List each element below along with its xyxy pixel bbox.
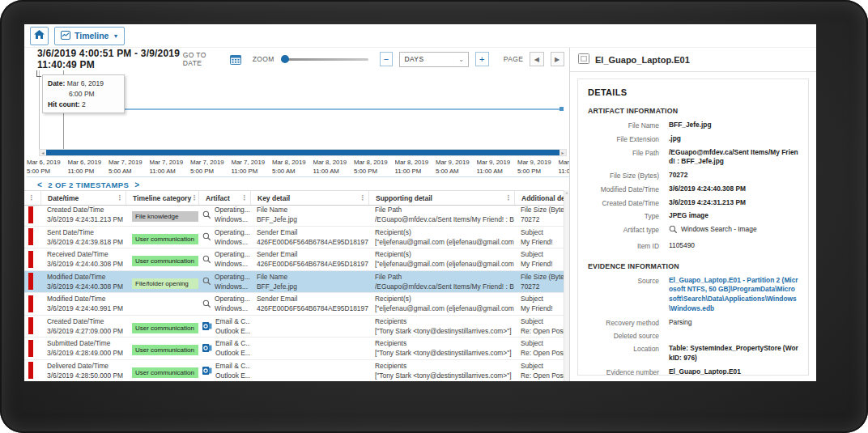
table-row[interactable]: Delivered Date/Time3/6/2019 4:28:50.000 …	[24, 360, 564, 382]
next-timestamp-button[interactable]: >	[134, 180, 139, 189]
timeline-chart[interactable]: Date: Mar 6, 2019 6:00 PM Hit count: 2	[24, 70, 569, 149]
previous-timestamp-button[interactable]: <	[37, 180, 42, 189]
scroll-right-icon[interactable]: ►	[560, 150, 566, 155]
tooltip-date-value: Mar 6, 2019	[67, 79, 104, 87]
timeline-pane: 3/6/2019 4:00:51 PM - 3/9/2019 11:40:49 …	[24, 48, 569, 381]
cell-timeline-category: User communication	[126, 230, 198, 244]
detail-label: File Path	[588, 148, 659, 168]
home-button[interactable]	[30, 27, 49, 45]
calendar-icon[interactable]	[230, 54, 241, 65]
outlook-icon	[202, 343, 212, 353]
cell-datetime: Created Date/Time3/6/2019 4:24:31.213 PM	[40, 205, 126, 224]
zoom-out-button[interactable]: −	[380, 52, 393, 66]
timeline-view-dropdown[interactable]: Timeline ▼	[54, 27, 125, 45]
cell-timeline-category: User communication	[126, 319, 198, 333]
detail-value: Windows Search - Image	[669, 225, 798, 237]
evidence-image-icon	[578, 53, 589, 67]
column-menu-icon[interactable]: ⋮	[241, 194, 248, 202]
column-header[interactable]: Supporting detail⋮	[368, 191, 514, 205]
column-menu-icon[interactable]: ⋮	[191, 194, 198, 202]
cell-datetime: Created Date/Time3/6/2019 4:27:09.000 PM	[40, 316, 126, 336]
detail-row: Recovery methodParsing	[588, 318, 798, 328]
cell-additional-detail: SubjectRe: Open Positions	[514, 338, 564, 358]
chart-horizontal-scrollbar[interactable]: ◄ ►	[39, 149, 567, 156]
cell-key-detail: Sender Email426FE00D6F564B6784AE95D18197…	[250, 294, 368, 313]
cell-key-detail: Sender Email426FE00D6F564B6784AE95D18197…	[250, 227, 368, 247]
axis-tick-label: Mar 9, 20195:00 AM	[436, 159, 477, 176]
table-row[interactable]: Submitted Date/Time3/6/2019 4:28:49.000 …	[24, 337, 564, 360]
cell-supporting-detail: Recipient(s)["eljefenau@gmail.com (eljef…	[368, 227, 514, 247]
page-label: PAGE	[504, 55, 524, 63]
detail-row: TypeJPEG image	[588, 211, 798, 221]
detail-label: File Extension	[588, 134, 659, 144]
cell-additional-detail: SubjectMy Friend!	[514, 294, 564, 313]
category-badge: File knowledge	[132, 211, 198, 222]
scrollbar-thumb[interactable]	[46, 150, 560, 155]
column-menu-icon[interactable]: ⋮	[505, 194, 512, 202]
cell-additional-detail: SubjectRe: Open Positions	[514, 316, 564, 336]
details-panel: El_Guapo_Laptop.E01 DETAILS ARTIFACT INF…	[569, 48, 816, 381]
zoom-label: ZOOM	[253, 55, 274, 63]
cell-supporting-detail: File Path/EGuapo@mfdev.ca/Sent Items/My …	[368, 272, 514, 291]
column-menu-icon[interactable]: ⋮	[360, 194, 366, 202]
cell-supporting-detail: Recipients["Tony Stark <tony@destinystil…	[368, 361, 514, 380]
interval-select[interactable]: DAYS ⌄	[399, 52, 469, 67]
search-icon	[669, 225, 678, 237]
detail-row: File Extension.jpg	[588, 134, 798, 144]
column-header[interactable]: Timeline category⋮	[126, 191, 198, 205]
cell-supporting-detail: Recipients["Tony Stark <tony@destinystil…	[368, 316, 514, 336]
timeline-end-point[interactable]	[560, 107, 564, 111]
category-badge: User communication	[132, 367, 198, 378]
column-menu-icon[interactable]: ⋮	[117, 194, 123, 202]
previous-page-button[interactable]: ◀	[530, 52, 543, 66]
artifact-information-heading: ARTIFACT INFORMATION	[588, 107, 798, 115]
column-header[interactable]: Additional detail⋮	[514, 191, 564, 205]
evidence-flag	[24, 251, 40, 268]
cell-supporting-detail: File Path/EGuapo@mfdev.ca/Sent Items/My …	[368, 205, 514, 224]
cell-artifact: Email & C...Outlook E...	[198, 316, 250, 336]
scroll-left-icon[interactable]: ◄	[40, 150, 46, 155]
next-page-button[interactable]: ▶	[551, 52, 564, 66]
zoom-in-button[interactable]: +	[475, 52, 488, 66]
axis-tick-label: Mar 7, 201911:00 PM	[232, 159, 273, 176]
evidence-flag	[24, 317, 40, 334]
table-row[interactable]: Modified Date/Time3/6/2019 4:24:40.991 P…	[24, 293, 564, 316]
cell-supporting-detail: Recipient(s)["eljefenau@gmail.com (eljef…	[368, 249, 514, 269]
chart-x-axis: Mar 6, 20195:00 PMMar 6, 201911:00 PMMar…	[27, 156, 569, 177]
top-toolbar: Timeline ▼	[24, 24, 816, 48]
zoom-slider[interactable]	[281, 58, 368, 61]
table-vertical-scrollbar[interactable]: ˄	[564, 190, 569, 381]
axis-tick-label: Mar 6, 201911:00 PM	[68, 159, 109, 176]
table-row[interactable]: Received Date/Time3/6/2019 4:24:40.308 P…	[24, 248, 564, 271]
category-badge: User communication	[132, 323, 198, 333]
detail-value-source-link[interactable]: El_Guapo_Laptop.E01 - Partition 2 (Micro…	[669, 276, 798, 314]
cell-datetime: Delivered Date/Time3/6/2019 4:28:50.000 …	[40, 361, 126, 380]
zoom-slider-thumb[interactable]	[281, 55, 289, 63]
details-panel-title: El_Guapo_Laptop.E01	[595, 55, 690, 65]
go-to-date-label: GO TO DATE	[183, 51, 223, 67]
axis-tick-label: Mar 6, 20195:00 PM	[27, 159, 68, 176]
column-menu-icon[interactable]: ⋮	[28, 194, 35, 202]
timeline-button-label: Timeline	[74, 31, 108, 40]
column-header[interactable]: Date/time⋮	[40, 191, 126, 205]
column-header[interactable]: Artifact⋮	[198, 191, 250, 205]
chart-y-axis	[39, 70, 40, 149]
detail-label: Created Date/Time	[588, 198, 659, 208]
table-row[interactable]: Created Date/Time3/6/2019 4:27:09.000 PM…	[24, 316, 564, 338]
red-flag-bar	[28, 362, 33, 379]
axis-tick-label: Mar 9, 201911:00 AM	[477, 159, 518, 176]
category-badge: File/folder opening	[132, 278, 198, 289]
detail-label: Item ID	[588, 241, 659, 251]
column-header[interactable]: Key detail⋮	[250, 191, 368, 205]
detail-label: File Name	[588, 121, 659, 130]
cell-timeline-category: File knowledge	[126, 207, 198, 222]
table-row[interactable]: Sent Date/Time3/6/2019 4:24:39.818 PMUse…	[24, 227, 564, 249]
table-row[interactable]: Modified Date/Time3/6/2019 4:24:40.308 P…	[24, 271, 564, 294]
cell-datetime: Modified Date/Time3/6/2019 4:24:40.991 P…	[40, 294, 126, 313]
detail-value: 3/6/2019 4:24:40.308 PM	[669, 185, 798, 194]
table-row[interactable]: Created Date/Time3/6/2019 4:24:31.213 PM…	[24, 204, 564, 227]
detail-value: .jpg	[669, 134, 798, 144]
cell-additional-detail: SubjectMy Friend!	[514, 249, 564, 269]
search-icon	[202, 299, 211, 308]
chevron-down-icon: ⌄	[458, 56, 464, 63]
